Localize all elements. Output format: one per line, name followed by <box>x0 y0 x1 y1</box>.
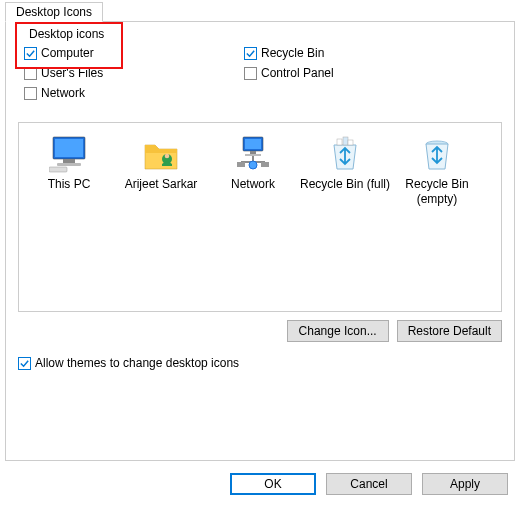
svg-rect-10 <box>245 154 261 156</box>
recycle-bin-empty-icon <box>391 131 483 173</box>
svg-rect-14 <box>261 162 269 167</box>
icon-network[interactable]: Network <box>207 131 299 192</box>
checkbox-label: Network <box>41 86 85 100</box>
desktop-icons-group: Desktop icons Computer Recycle Bin User'… <box>18 36 502 104</box>
network-icon <box>207 131 299 173</box>
desktop-icons-checkgrid: Computer Recycle Bin User's Files Contro… <box>18 36 502 104</box>
checkbox-label: Control Panel <box>261 66 334 80</box>
icon-label: Arijeet Sarkar <box>115 177 207 192</box>
user-folder-icon <box>115 131 207 173</box>
checkbox-recycle-bin[interactable]: Recycle Bin <box>244 46 464 60</box>
checkbox-label: Recycle Bin <box>261 46 324 60</box>
svg-point-6 <box>165 154 170 159</box>
checkbox-computer[interactable]: Computer <box>24 46 244 60</box>
svg-rect-18 <box>348 140 353 145</box>
dialog-buttons: OK Cancel Apply <box>0 461 520 495</box>
checkbox-label: User's Files <box>41 66 103 80</box>
apply-button[interactable]: Apply <box>422 473 508 495</box>
group-title: Desktop icons <box>26 27 107 41</box>
svg-rect-4 <box>49 167 67 172</box>
icon-label: Network <box>207 177 299 192</box>
icon-buttons-row: Change Icon... Restore Default <box>18 320 502 342</box>
icon-label: Recycle Bin (full) <box>299 177 391 192</box>
icon-recycle-bin-empty[interactable]: Recycle Bin (empty) <box>391 131 483 207</box>
checkbox-network[interactable]: Network <box>24 86 244 100</box>
check-icon <box>244 67 257 80</box>
checkbox-allow-themes[interactable]: Allow themes to change desktop icons <box>18 356 502 370</box>
recycle-bin-full-icon <box>299 131 391 173</box>
check-icon <box>244 47 257 60</box>
check-icon <box>24 87 37 100</box>
svg-rect-3 <box>57 163 81 166</box>
svg-rect-8 <box>245 139 261 149</box>
checkbox-label: Computer <box>41 46 94 60</box>
checkbox-control-panel[interactable]: Control Panel <box>244 66 464 80</box>
icon-user-folder[interactable]: Arijeet Sarkar <box>115 131 207 192</box>
tab-desktop-icons[interactable]: Desktop Icons <box>5 2 103 22</box>
cancel-button[interactable]: Cancel <box>326 473 412 495</box>
icon-preview-box: This PC Arijeet Sarkar <box>18 122 502 312</box>
tab-panel: Desktop icons Computer Recycle Bin User'… <box>5 21 515 461</box>
svg-rect-16 <box>337 139 342 145</box>
tabstrip: Desktop Icons <box>5 2 520 22</box>
icon-label: This PC <box>23 177 115 192</box>
checkbox-users-files[interactable]: User's Files <box>24 66 244 80</box>
check-icon <box>18 357 31 370</box>
icon-recycle-bin-full[interactable]: Recycle Bin (full) <box>299 131 391 192</box>
check-icon <box>24 47 37 60</box>
svg-rect-9 <box>250 151 256 154</box>
icon-this-pc[interactable]: This PC <box>23 131 115 192</box>
svg-rect-2 <box>63 159 75 163</box>
ok-button[interactable]: OK <box>230 473 316 495</box>
icon-label: Recycle Bin (empty) <box>391 177 483 207</box>
checkbox-label: Allow themes to change desktop icons <box>35 356 239 370</box>
monitor-icon <box>23 131 115 173</box>
svg-rect-13 <box>237 162 245 167</box>
svg-rect-17 <box>343 137 348 145</box>
restore-default-button[interactable]: Restore Default <box>397 320 502 342</box>
svg-rect-1 <box>55 139 83 157</box>
check-icon <box>24 67 37 80</box>
change-icon-button[interactable]: Change Icon... <box>287 320 389 342</box>
svg-point-15 <box>249 161 257 169</box>
